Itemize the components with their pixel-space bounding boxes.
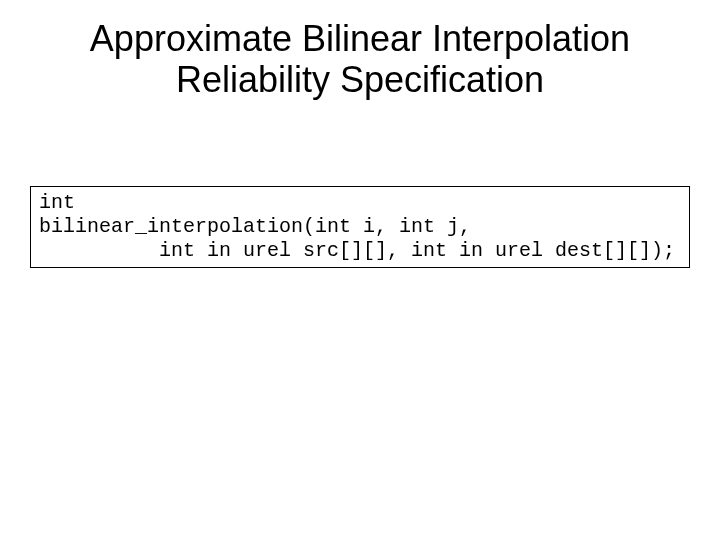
code-line-2: bilinear_interpolation(int i, int j, <box>39 215 471 238</box>
title-line-1: Approximate Bilinear Interpolation <box>90 18 630 59</box>
code-line-1: int <box>39 191 75 214</box>
title-line-2: Reliability Specification <box>176 59 544 100</box>
code-box: int bilinear_interpolation(int i, int j,… <box>30 186 690 268</box>
slide: Approximate Bilinear Interpolation Relia… <box>0 0 720 540</box>
code-line-3: int in urel src[][], int in urel dest[][… <box>39 239 675 262</box>
slide-title: Approximate Bilinear Interpolation Relia… <box>0 0 720 101</box>
